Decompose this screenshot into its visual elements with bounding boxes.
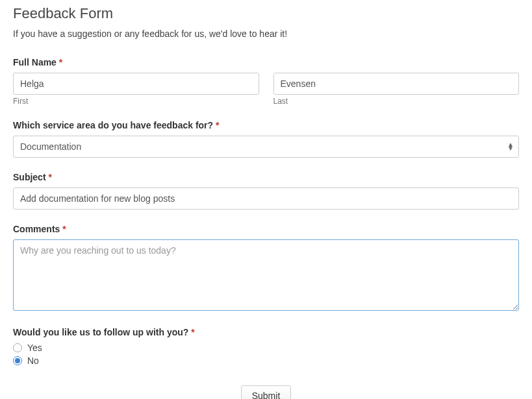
comments-label: Comments * xyxy=(13,224,519,234)
service-area-label: Which service area do you have feedback … xyxy=(13,120,519,130)
subject-label: Subject * xyxy=(13,172,519,182)
followup-radio-no[interactable] xyxy=(13,356,22,365)
followup-no-label: No xyxy=(27,356,39,366)
followup-radio-yes[interactable] xyxy=(13,343,22,352)
required-asterisk: * xyxy=(62,224,66,234)
last-name-sublabel: Last xyxy=(273,97,520,106)
full-name-label: Full Name * xyxy=(13,57,519,67)
last-name-input[interactable] xyxy=(273,73,520,95)
subject-input[interactable] xyxy=(13,187,519,210)
field-comments: Comments * xyxy=(13,224,519,313)
required-asterisk: * xyxy=(59,57,62,67)
required-asterisk: * xyxy=(48,172,51,182)
page-description: If you have a suggestion or any feedback… xyxy=(13,29,519,39)
followup-label: Would you like us to follow up with you?… xyxy=(13,327,519,337)
comments-label-text: Comments xyxy=(13,224,60,234)
submit-button[interactable]: Submit xyxy=(241,385,292,399)
page-title: Feedback Form xyxy=(13,5,519,22)
field-service-area: Which service area do you have feedback … xyxy=(13,120,519,158)
service-area-select[interactable]: Documentation xyxy=(13,136,519,158)
field-subject: Subject * xyxy=(13,172,519,210)
field-full-name: Full Name * First Last xyxy=(13,57,519,106)
followup-label-text: Would you like us to follow up with you? xyxy=(13,327,188,337)
required-asterisk: * xyxy=(216,120,219,130)
first-name-input[interactable] xyxy=(13,73,259,95)
field-followup: Would you like us to follow up with you?… xyxy=(13,327,519,366)
first-name-sublabel: First xyxy=(13,97,259,106)
full-name-label-text: Full Name xyxy=(13,57,57,67)
followup-yes-label: Yes xyxy=(27,343,42,353)
service-area-label-text: Which service area do you have feedback … xyxy=(13,120,213,130)
required-asterisk: * xyxy=(191,327,194,337)
subject-label-text: Subject xyxy=(13,172,46,182)
comments-textarea[interactable] xyxy=(13,239,519,311)
